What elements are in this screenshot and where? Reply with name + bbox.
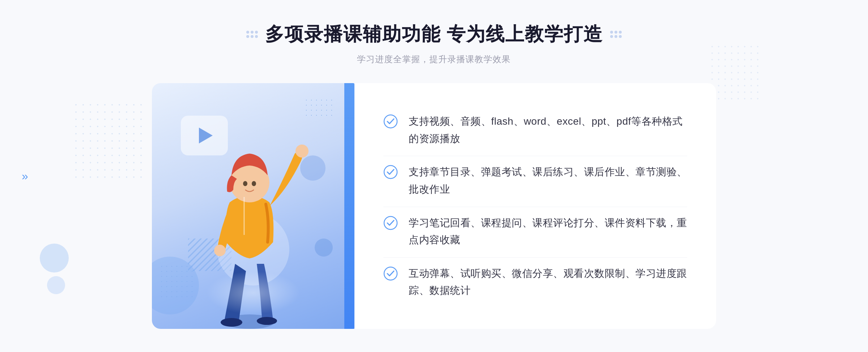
page-container: » 多项录播课辅助功能 专为线上教学打造 <box>0 0 868 352</box>
bg-dots-right <box>709 43 760 101</box>
check-icon-3 <box>383 216 398 230</box>
check-icon-2 <box>383 165 398 179</box>
illustration-card <box>152 83 354 329</box>
svg-point-10 <box>384 166 397 179</box>
check-icon-4 <box>383 266 398 281</box>
blue-bar <box>344 83 354 329</box>
title-dots-left <box>246 31 258 38</box>
page-title: 多项录播课辅助功能 专为线上教学打造 <box>265 22 603 47</box>
svg-point-12 <box>384 267 397 280</box>
main-content: 支持视频、音频、flash、word、excel、ppt、pdf等各种格式的资源… <box>152 83 716 329</box>
svg-point-2 <box>257 317 277 325</box>
bg-dots-left <box>72 101 145 181</box>
check-icon-1 <box>383 114 398 129</box>
feature-item-3: 学习笔记回看、课程提问、课程评论打分、课件资料下载，重点内容收藏 <box>383 207 687 256</box>
feature-item-1: 支持视频、音频、flash、word、excel、ppt、pdf等各种格式的资源… <box>383 106 687 154</box>
title-row: 多项录播课辅助功能 专为线上教学打造 <box>246 22 622 47</box>
svg-point-1 <box>221 318 242 327</box>
svg-point-9 <box>384 115 397 128</box>
title-dots-right <box>610 31 622 38</box>
page-subtitle: 学习进度全掌握，提升录播课教学效果 <box>246 53 622 65</box>
light-aura <box>206 271 300 314</box>
feature-text-3: 学习笔记回看、课程提问、课程评论打分、课件资料下载，重点内容收藏 <box>409 214 687 249</box>
svg-point-8 <box>252 181 256 186</box>
svg-point-3 <box>295 145 309 158</box>
svg-point-4 <box>214 245 226 256</box>
page-chevron-left: » <box>22 170 28 182</box>
features-card: 支持视频、音频、flash、word、excel、ppt、pdf等各种格式的资源… <box>354 83 716 329</box>
svg-point-7 <box>243 181 247 186</box>
feature-text-1: 支持视频、音频、flash、word、excel、ppt、pdf等各种格式的资源… <box>409 113 687 147</box>
small-circle-2 <box>315 239 333 257</box>
illus-dots-top-right <box>304 98 333 119</box>
page-circle-blue <box>40 244 69 272</box>
feature-text-2: 支持章节目录、弹题考试、课后练习、课后作业、章节测验、批改作业 <box>409 163 687 198</box>
feature-text-4: 互动弹幕、试听购买、微信分享、观看次数限制、学习进度跟踪、数据统计 <box>409 265 687 299</box>
feature-item-2: 支持章节目录、弹题考试、课后练习、课后作业、章节测验、批改作业 <box>383 156 687 205</box>
feature-item-4: 互动弹幕、试听购买、微信分享、观看次数限制、学习进度跟踪、数据统计 <box>383 257 687 306</box>
svg-point-11 <box>384 216 397 229</box>
page-circle-blue2 <box>47 276 65 294</box>
header-section: 多项录播课辅助功能 专为线上教学打造 学习进度全掌握，提升录播课教学效果 <box>246 0 622 65</box>
